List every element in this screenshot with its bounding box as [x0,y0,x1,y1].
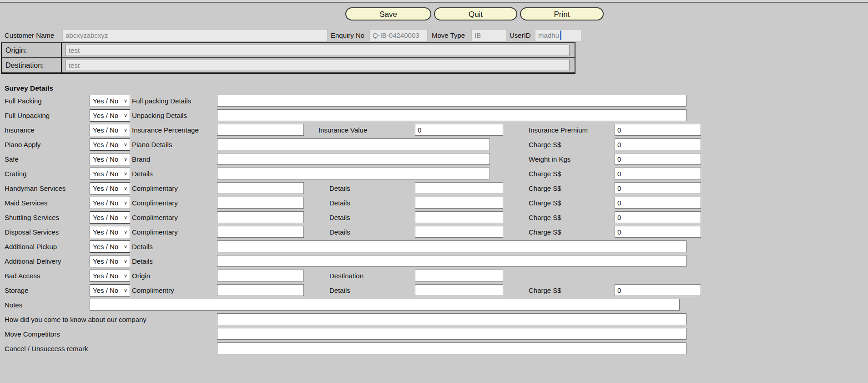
chevron-down-icon: ∨ [124,215,127,220]
bad-access-origin-label: Origin [132,270,150,282]
move-competitors-label: Move Competitors [5,328,60,340]
destination-label: Destination: [2,58,62,72]
storage-complimentry-input[interactable] [217,284,304,296]
customer-name-field[interactable] [62,29,328,41]
survey-row-crating: CratingYes / No∨DetailsCharge S$ [0,168,868,180]
move-competitors-input[interactable] [217,328,686,340]
piano-apply-piano-details-label: Piano Details [132,138,172,151]
user-id-label: UserID [510,29,531,41]
handyman-services-yes-no-select[interactable]: Yes / No∨ [90,182,130,194]
storage-charge-s-label: Charge S$ [529,284,561,296]
storage-details-label: Details [329,284,350,296]
disposal-services-charge-s-input[interactable] [615,226,701,238]
full-unpacking-yes-no-value: Yes / No [93,112,118,119]
survey-row-how-did-you-come-to-know-about-our-company: How did you come to know about our compa… [0,313,868,326]
storage-details-input[interactable] [415,284,503,296]
bad-access-yes-no-value: Yes / No [93,272,118,280]
additional-pickup-details-input[interactable] [217,240,686,252]
full-unpacking-unpacking-details-input[interactable] [217,109,686,121]
disposal-services-details-input[interactable] [415,226,503,238]
enquiry-no-field[interactable] [369,29,428,41]
handyman-services-charge-s-input[interactable] [615,182,701,194]
print-button[interactable]: Print [520,7,604,20]
chevron-down-icon: ∨ [124,171,127,176]
insurance-insurance-value-input[interactable] [415,124,503,136]
handyman-services-yes-no-value: Yes / No [93,184,118,192]
storage-charge-s-input[interactable] [615,284,701,296]
maid-services-complimentary-input[interactable] [217,197,304,209]
full-packing-yes-no-select[interactable]: Yes / No∨ [90,95,130,107]
notes-input[interactable] [90,299,680,311]
handyman-services-label: Handyman Services [5,182,66,194]
notes-label: Notes [5,299,22,311]
handyman-services-details-label: Details [329,182,350,194]
additional-delivery-details-input[interactable] [217,255,686,267]
how-did-you-come-to-know-about-our-company-input[interactable] [217,313,686,325]
maid-services-yes-no-select[interactable]: Yes / No∨ [90,197,130,209]
additional-pickup-yes-no-select[interactable]: Yes / No∨ [90,240,130,253]
bad-access-label: Bad Access [5,270,40,282]
origin-field[interactable] [66,45,570,56]
insurance-yes-no-select[interactable]: Yes / No∨ [90,124,130,136]
piano-apply-piano-details-input[interactable] [217,138,490,150]
crating-charge-s-label: Charge S$ [529,168,561,180]
maid-services-yes-no-value: Yes / No [93,199,118,207]
survey-row-piano-apply: Piano ApplyYes / No∨Piano DetailsCharge … [0,138,868,151]
additional-delivery-yes-no-select[interactable]: Yes / No∨ [90,255,130,267]
shuttling-services-details-input[interactable] [415,211,503,223]
disposal-services-yes-no-select[interactable]: Yes / No∨ [90,226,130,238]
handyman-services-details-input[interactable] [415,182,503,194]
crating-charge-s-input[interactable] [615,168,701,179]
toolbar-divider [0,24,868,24]
handyman-services-complimentary-input[interactable] [217,182,304,194]
additional-pickup-yes-no-value: Yes / No [93,243,118,250]
insurance-insurance-percentage-input[interactable] [217,124,304,136]
save-button[interactable]: Save [345,7,431,20]
user-id-field[interactable] [535,29,581,41]
survey-row-disposal-services: Disposal ServicesYes / No∨ComplimentaryD… [0,226,868,238]
bad-access-yes-no-select[interactable]: Yes / No∨ [90,270,130,282]
insurance-insurance-premium-input[interactable] [615,124,701,136]
shuttling-services-yes-no-select[interactable]: Yes / No∨ [90,211,130,224]
full-packing-full-packing-details-input[interactable] [217,95,686,107]
crating-details-label: Details [132,168,153,180]
crating-yes-no-select[interactable]: Yes / No∨ [90,168,130,180]
cancel-unsuccess-remark-input[interactable] [217,342,686,354]
how-did-you-come-to-know-about-our-company-label: How did you come to know about our compa… [5,313,146,326]
crating-details-input[interactable] [217,168,490,179]
survey-row-notes: Notes [0,299,868,311]
safe-brand-input[interactable] [217,153,490,165]
safe-yes-no-select[interactable]: Yes / No∨ [90,153,130,165]
shuttling-services-charge-s-input[interactable] [615,211,701,223]
bad-access-destination-input[interactable] [415,270,503,281]
maid-services-details-input[interactable] [415,197,503,209]
piano-apply-yes-no-value: Yes / No [93,141,118,148]
chevron-down-icon: ∨ [124,113,127,118]
survey-row-full-unpacking: Full UnpackingYes / No∨Unpacking Details [0,109,868,122]
full-unpacking-label: Full Unpacking [5,109,50,122]
quit-button[interactable]: Quit [434,7,517,20]
destination-field[interactable] [66,60,570,71]
bad-access-origin-input[interactable] [217,270,304,281]
safe-weight-in-kgs-input[interactable] [615,153,701,165]
text-cursor [560,31,561,40]
crating-yes-no-value: Yes / No [93,170,118,178]
chevron-down-icon: ∨ [124,186,127,191]
full-unpacking-unpacking-details-label: Unpacking Details [132,109,187,122]
full-unpacking-yes-no-select[interactable]: Yes / No∨ [90,109,130,122]
full-packing-yes-no-value: Yes / No [93,97,118,105]
enquiry-no-label: Enquiry No [331,29,364,41]
customer-name-label: Customer Name [5,29,54,41]
storage-complimentry-label: Complimentry [132,284,174,296]
piano-apply-yes-no-select[interactable]: Yes / No∨ [90,138,130,151]
shuttling-services-charge-s-label: Charge S$ [529,211,561,224]
piano-apply-label: Piano Apply [5,138,40,151]
shuttling-services-details-label: Details [329,211,350,224]
shuttling-services-complimentary-input[interactable] [217,211,304,223]
storage-yes-no-select[interactable]: Yes / No∨ [90,284,130,296]
disposal-services-label: Disposal Services [5,226,59,238]
disposal-services-complimentary-input[interactable] [217,226,304,238]
maid-services-charge-s-input[interactable] [615,197,701,209]
move-type-field[interactable] [471,29,506,41]
piano-apply-charge-s-input[interactable] [615,138,701,150]
